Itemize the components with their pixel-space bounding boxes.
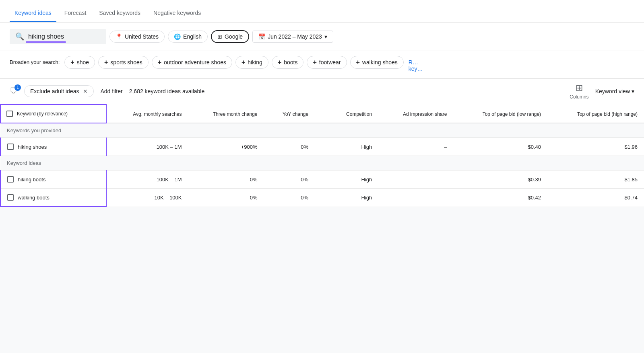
tab-forecast[interactable]: Forecast [60,3,91,22]
header-checkbox[interactable] [6,111,13,117]
table-row: walking boots 10K – 100K 0% 0% High – $0… [0,189,644,207]
tab-keyword-ideas[interactable]: Keyword ideas [10,3,56,22]
avg-searches-cell: 100K – 1M [106,170,188,189]
broaden-pill[interactable]: +boots [272,56,304,69]
table-header-row: Keyword (by relevance) Avg. monthly sear… [0,105,644,123]
bid-high-cell: $1.85 [547,170,644,189]
broaden-pill[interactable]: +sports shoes [98,56,149,69]
broaden-label: Broaden your search: [10,56,60,65]
keywords-table: Keyword (by relevance) Avg. monthly sear… [0,104,644,207]
close-icon[interactable]: ✕ [83,88,88,94]
yoy-cell: 0% [264,189,315,207]
exclude-adult-pill[interactable]: Exclude adult ideas ✕ [24,85,94,97]
bid-low-cell: $0.40 [453,138,547,156]
yoy-cell: 0% [264,138,315,156]
broaden-pill[interactable]: +shoe [64,56,95,69]
date-filter[interactable]: 📅 Jun 2022 – May 2023 ▾ [252,31,333,43]
filter-badge: 1 [14,84,21,91]
section-label: Keyword ideas [0,156,644,170]
broaden-pill[interactable]: +footwear [307,56,347,69]
language-label: English [183,33,202,40]
exclude-adult-label: Exclude adult ideas [30,88,79,94]
tabs-bar: Keyword ideas Forecast Saved keywords Ne… [0,0,644,23]
section-label: Keywords you provided [0,123,644,138]
row-checkbox[interactable] [7,144,14,150]
header-avg-searches: Avg. monthly searches [106,105,188,123]
bid-high-cell: $0.74 [547,189,644,207]
yoy-cell: 0% [264,170,315,189]
header-yoy: YoY change [264,105,315,123]
header-bid-high: Top of page bid (high range) [547,105,644,123]
header-competition: Competition [315,105,378,123]
table-section-header: Keywords you provided [0,123,644,138]
bid-low-cell: $0.39 [453,170,547,189]
keyword-text: walking boots [18,195,50,201]
competition-cell: High [315,170,378,189]
tab-saved-keywords[interactable]: Saved keywords [94,3,145,22]
competition-cell: High [315,189,378,207]
bid-high-cell: $1.96 [547,138,644,156]
date-label: Jun 2022 – May 2023 [268,33,322,40]
calendar-icon: 📅 [258,33,265,40]
location-filter[interactable]: 📍 United States [109,31,165,43]
network-label: Google [225,33,243,40]
keyword-cell: hiking boots [0,170,106,189]
three-month-cell: +900% [188,138,264,156]
toolbar: ⛉ 1 Exclude adult ideas ✕ Add filter 2,6… [0,79,644,104]
broaden-pill[interactable]: +outdoor adventure shoes [152,56,232,69]
avg-searches-cell: 100K – 1M [106,138,188,156]
keyword-cell: hiking shoes [0,138,106,156]
keyword-text: hiking shoes [18,144,47,150]
competition-cell: High [315,138,378,156]
header-three-month: Three month change [188,105,264,123]
search-underline [26,41,66,43]
location-icon: 📍 [116,33,122,40]
search-area: 🔍 📍 United States 🌐 English ⊞ Google 📅 J… [0,23,644,51]
avg-searches-cell: 10K – 100K [106,189,188,207]
network-filter[interactable]: ⊞ Google [211,30,249,43]
table-row: hiking shoes 100K – 1M +900% 0% High – $… [0,138,644,156]
columns-icon: ⊞ [576,83,583,93]
ad-impression-cell: – [378,138,453,156]
tab-negative-keywords[interactable]: Negative keywords [149,3,206,22]
header-keyword-label: Keyword (by relevance) [17,111,68,117]
broaden-pills: +shoe+sports shoes+outdoor adventure sho… [64,56,404,69]
network-icon: ⊞ [217,33,222,40]
row-checkbox[interactable] [7,176,14,183]
add-filter-button[interactable]: Add filter [100,88,122,94]
keyword-text: hiking boots [18,176,45,183]
broaden-pill[interactable]: +hiking [235,56,268,69]
table-section-header: Keyword ideas [0,156,644,170]
chevron-down-icon: ▾ [324,33,327,40]
search-box: 🔍 [10,29,106,44]
search-input[interactable] [28,33,93,40]
translate-icon: 🌐 [174,33,181,40]
header-keyword: Keyword (by relevance) [0,105,106,123]
language-filter[interactable]: 🌐 English [168,31,208,43]
columns-label: Columns [570,94,588,100]
broaden-more-link[interactable]: R…key… [409,56,423,72]
columns-button[interactable]: ⊞ Columns [570,83,588,100]
keyword-cell: walking boots [0,189,106,207]
ad-impression-cell: – [378,189,453,207]
filter-button[interactable]: ⛉ 1 [10,87,18,96]
row-checkbox[interactable] [7,194,14,201]
keyword-view-button[interactable]: Keyword view ▾ [595,88,634,94]
three-month-cell: 0% [188,189,264,207]
ad-impression-cell: – [378,170,453,189]
broaden-pill[interactable]: +walking shoes [350,56,404,69]
header-ad-impression: Ad impression share [378,105,453,123]
keyword-view-label: Keyword view [595,88,630,94]
search-icon: 🔍 [15,32,24,41]
three-month-cell: 0% [188,170,264,189]
table-row: hiking boots 100K – 1M 0% 0% High – $0.3… [0,170,644,189]
chevron-down-icon: ▾ [632,88,634,94]
ideas-count: 2,682 keyword ideas available [129,88,564,94]
broaden-area: Broaden your search: +shoe+sports shoes+… [0,51,644,79]
location-label: United States [125,33,159,40]
header-bid-low: Top of page bid (low range) [453,105,547,123]
bid-low-cell: $0.42 [453,189,547,207]
table-wrapper: Keyword (by relevance) Avg. monthly sear… [0,104,644,207]
